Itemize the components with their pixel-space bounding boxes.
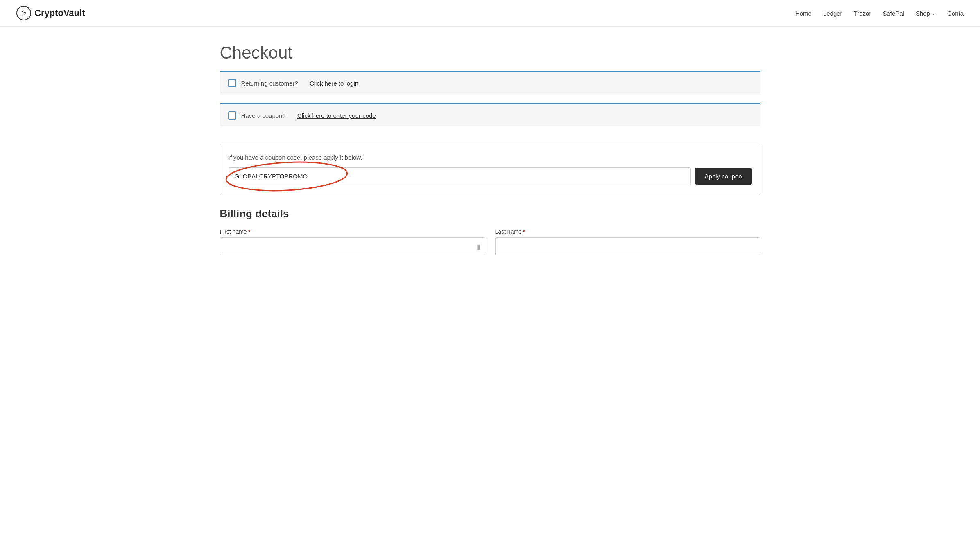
coupon-notice-icon — [228, 111, 236, 120]
site-header: © CryptoVault Home Ledger Trezor SafePal… — [0, 0, 980, 27]
returning-customer-icon — [228, 79, 236, 87]
logo-icon: © — [16, 6, 31, 20]
coupon-box: If you have a coupon code, please apply … — [220, 144, 760, 195]
nav-shop[interactable]: Shop ⌄ — [916, 10, 936, 17]
last-name-input[interactable] — [495, 237, 760, 255]
nav-ledger[interactable]: Ledger — [823, 10, 842, 17]
main-nav: Home Ledger Trezor SafePal Shop ⌄ Conta — [795, 10, 964, 17]
coupon-notice-banner: Have a coupon? Click here to enter your … — [220, 104, 760, 127]
coupon-input-row: GLOBALCRYPTOPROMO Apply coupon — [229, 167, 752, 185]
returning-customer-banner: Returning customer? Click here to login — [220, 72, 760, 95]
coupon-input[interactable]: GLOBALCRYPTOPROMO — [229, 167, 691, 185]
main-content: Checkout Returning customer? Click here … — [204, 27, 777, 288]
nav-trezor[interactable]: Trezor — [854, 10, 871, 17]
first-name-group: First name* ▮ — [220, 228, 485, 255]
chevron-down-icon: ⌄ — [932, 10, 936, 16]
apply-coupon-button[interactable]: Apply coupon — [695, 168, 752, 185]
notice-spacer-2 — [220, 127, 760, 135]
page-title: Checkout — [220, 43, 760, 63]
billing-title: Billing details — [220, 207, 760, 220]
coupon-notice-text: Have a coupon? — [241, 112, 286, 119]
last-name-label: Last name* — [495, 228, 760, 235]
last-name-group: Last name* — [495, 228, 760, 255]
site-logo[interactable]: © CryptoVault — [16, 6, 85, 20]
last-name-required: * — [523, 228, 525, 235]
coupon-description: If you have a coupon code, please apply … — [229, 154, 752, 161]
logo-text: CryptoVault — [34, 8, 85, 18]
name-form-row: First name* ▮ Last name* — [220, 228, 760, 255]
nav-home[interactable]: Home — [795, 10, 812, 17]
contact-card-icon: ▮ — [477, 243, 480, 250]
coupon-input-wrapper: GLOBALCRYPTOPROMO — [229, 167, 691, 185]
nav-safeppal[interactable]: SafePal — [883, 10, 904, 17]
first-name-required: * — [248, 228, 250, 235]
returning-customer-text: Returning customer? — [241, 80, 298, 87]
first-name-input-wrapper: ▮ — [220, 237, 485, 255]
first-name-input[interactable] — [220, 237, 485, 255]
notice-spacer-1 — [220, 95, 760, 103]
coupon-code-link[interactable]: Click here to enter your code — [297, 112, 376, 119]
nav-conta[interactable]: Conta — [947, 10, 964, 17]
login-link[interactable]: Click here to login — [310, 80, 358, 87]
first-name-label: First name* — [220, 228, 485, 235]
